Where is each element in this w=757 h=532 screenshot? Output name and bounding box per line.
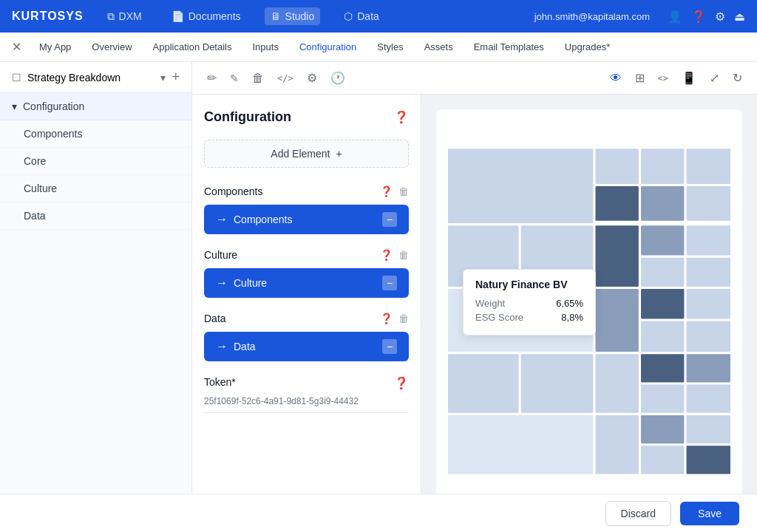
right-panel: ✏ ✎ 🗑 </> ⚙ 🕐 👁 ⊞ <> 📱 ⤢ ↻ Configuration… <box>192 62 757 532</box>
sub-nav-configuration[interactable]: Configuration <box>291 37 365 57</box>
user-email: john.smith@kapitalam.com <box>534 11 650 22</box>
chevron-down-icon: ▾ <box>12 100 17 112</box>
svg-rect-32 <box>687 446 730 474</box>
code-icon[interactable]: </> <box>274 70 296 86</box>
sub-nav-assets[interactable]: Assets <box>415 37 462 57</box>
nav-documents[interactable]: 📄 Documents <box>166 7 247 25</box>
svg-rect-9 <box>595 225 638 287</box>
help-icon[interactable]: ❓ <box>380 249 393 261</box>
tune-icon[interactable]: ⊞ <box>632 68 648 88</box>
svg-rect-16 <box>641 289 684 318</box>
preview-area: Natury Finance BV Weight 6,65% ESG Score… <box>421 95 757 532</box>
trash-icon[interactable]: 🗑 <box>249 69 267 88</box>
sub-nav-myapp[interactable]: My App <box>30 37 80 57</box>
sidebar-section-config-header[interactable]: ▾ Configuration <box>0 93 191 120</box>
treemap-container: Natury Finance BV Weight 6,65% ESG Score… <box>448 121 730 505</box>
svg-rect-27 <box>448 415 593 474</box>
nav-dxm[interactable]: ⧉ DXM <box>101 7 148 26</box>
sidebar-header: ☐ Strategy Breakdown ▾ + <box>0 62 191 93</box>
token-value[interactable]: 25f1069f-52c6-4a91-9d81-5g3i9-44432 <box>204 396 409 413</box>
config-panel-title: Configuration ❓ <box>204 109 409 125</box>
sub-nav-appdetails[interactable]: Application Details <box>144 37 241 57</box>
sidebar: ☐ Strategy Breakdown ▾ + ▾ Configuration… <box>0 62 192 532</box>
add-page-icon[interactable]: + <box>172 69 180 85</box>
expand-icon[interactable]: ⤢ <box>707 68 722 88</box>
code-alt-icon[interactable]: <> <box>655 70 671 86</box>
settings-icon[interactable]: ⚙ <box>304 68 320 88</box>
tooltip-company: Natury Finance BV <box>475 279 583 290</box>
layers-icon: ⧉ <box>107 10 115 23</box>
edit-alt-icon[interactable]: ✎ <box>227 69 242 87</box>
svg-rect-30 <box>687 415 730 443</box>
arrow-icon: → <box>216 340 228 353</box>
svg-rect-12 <box>641 258 684 287</box>
tooltip-weight-key: Weight <box>475 298 505 309</box>
monitor-icon: 🖥 <box>271 10 281 22</box>
tooltip-esg-row: ESG Score 8,8% <box>475 312 583 323</box>
svg-rect-15 <box>595 289 638 352</box>
user-circle-icon[interactable]: 👤 <box>668 10 682 24</box>
delete-icon[interactable]: 🗑 <box>398 185 409 197</box>
culture-section-label: Culture ❓ 🗑 <box>204 249 409 261</box>
refresh-icon[interactable]: ↻ <box>730 68 745 88</box>
sub-nav-overview[interactable]: Overview <box>83 37 140 57</box>
chevron-down-icon[interactable]: ▾ <box>160 72 166 83</box>
document-icon: 📄 <box>172 10 184 22</box>
content-area: Configuration ❓ Add Element + Components… <box>192 95 757 532</box>
svg-rect-17 <box>687 289 730 318</box>
data-nav-button[interactable]: → Data − <box>204 332 409 361</box>
sidebar-item-core[interactable]: Core <box>0 148 191 175</box>
collapse-icon[interactable]: − <box>382 212 397 227</box>
sub-nav-upgrades[interactable]: Upgrades* <box>556 37 619 57</box>
gear-icon[interactable]: ⚙ <box>715 10 725 24</box>
tooltip-weight-row: Weight 6,65% <box>475 298 583 309</box>
svg-rect-2 <box>641 149 684 184</box>
tooltip-weight-value: 6,65% <box>556 298 583 309</box>
help-icon[interactable]: ❓ <box>394 110 409 124</box>
sub-nav-inputs[interactable]: Inputs <box>244 37 288 57</box>
treemap-tooltip: Natury Finance BV Weight 6,65% ESG Score… <box>463 269 596 335</box>
close-icon[interactable]: ✕ <box>12 40 21 54</box>
sidebar-item-culture[interactable]: Culture <box>0 175 191 202</box>
svg-rect-18 <box>641 321 684 352</box>
token-help-icon[interactable]: ❓ <box>394 376 409 390</box>
toolbar: ✏ ✎ 🗑 </> ⚙ 🕐 👁 ⊞ <> 📱 ⤢ ↻ <box>192 62 757 95</box>
question-circle-icon[interactable]: ❓ <box>691 10 706 24</box>
phone-icon[interactable]: 📱 <box>679 68 699 88</box>
sub-nav-email[interactable]: Email Templates <box>465 37 553 57</box>
eye-icon[interactable]: 👁 <box>607 69 625 88</box>
collapse-icon[interactable]: − <box>382 276 397 290</box>
sidebar-section-config: ▾ Configuration Components Core Culture … <box>0 93 191 230</box>
save-button[interactable]: Save <box>680 502 739 525</box>
svg-rect-28 <box>595 415 638 474</box>
sidebar-item-data[interactable]: Data <box>0 202 191 230</box>
sub-nav-styles[interactable]: Styles <box>368 37 412 57</box>
svg-rect-3 <box>687 149 730 184</box>
edit-icon[interactable]: ✏ <box>204 68 220 88</box>
svg-rect-5 <box>641 186 684 221</box>
tooltip-esg-value: 8,8% <box>561 312 583 323</box>
collapse-icon[interactable]: − <box>382 339 397 354</box>
history-icon[interactable]: 🕐 <box>327 68 348 88</box>
token-section: Token* ❓ 25f1069f-52c6-4a91-9d81-5g3i9-4… <box>204 376 409 413</box>
logout-icon[interactable]: ⏏ <box>734 10 745 24</box>
main-layout: ☐ Strategy Breakdown ▾ + ▾ Configuration… <box>0 62 757 532</box>
components-nav-button[interactable]: → Components − <box>204 205 409 234</box>
svg-rect-21 <box>521 354 594 413</box>
culture-nav-button[interactable]: → Culture − <box>204 268 409 298</box>
help-icon[interactable]: ❓ <box>380 185 393 197</box>
discard-button[interactable]: Discard <box>605 501 671 526</box>
svg-rect-20 <box>448 354 519 413</box>
svg-rect-22 <box>595 354 638 413</box>
add-element-button[interactable]: Add Element + <box>204 140 409 168</box>
help-icon[interactable]: ❓ <box>380 313 393 324</box>
delete-icon[interactable]: 🗑 <box>398 313 409 324</box>
document-outline-icon: ☐ <box>12 72 21 83</box>
delete-icon[interactable]: 🗑 <box>398 249 409 261</box>
svg-rect-24 <box>687 354 730 382</box>
svg-rect-6 <box>687 186 730 221</box>
components-section-label: Components ❓ 🗑 <box>204 185 409 197</box>
sidebar-item-components[interactable]: Components <box>0 120 191 148</box>
nav-data[interactable]: ⬡ Data <box>338 7 385 25</box>
nav-studio[interactable]: 🖥 Studio <box>265 7 321 25</box>
